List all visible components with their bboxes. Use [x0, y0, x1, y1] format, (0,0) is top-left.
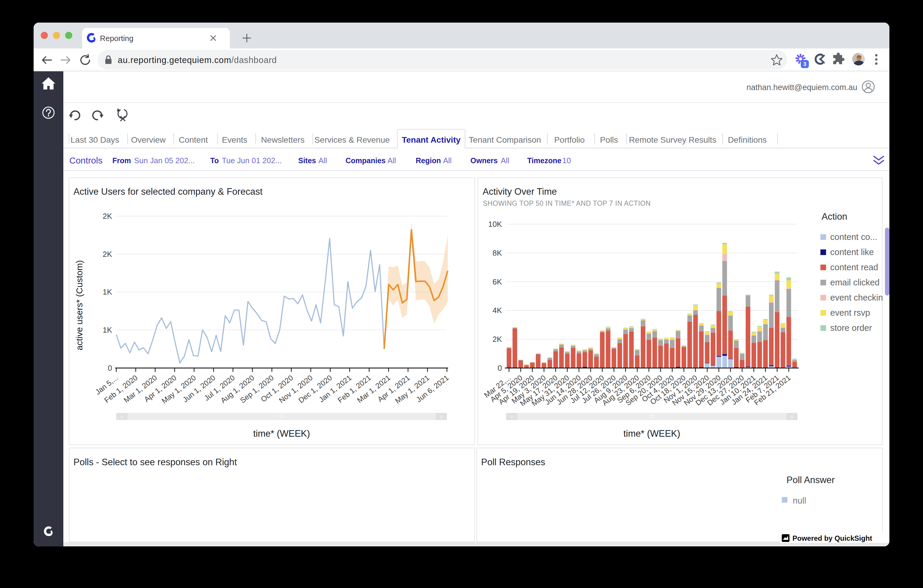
svg-text:event checkin: event checkin	[830, 293, 882, 302]
svg-text:4K: 4K	[493, 306, 502, 315]
svg-text:0: 0	[498, 363, 502, 373]
svg-text:=: =	[510, 414, 514, 420]
svg-text:time* (WEEK): time* (WEEK)	[253, 429, 310, 439]
svg-text:=: =	[790, 414, 794, 420]
svg-text:content co...: content co...	[830, 232, 877, 242]
svg-text:1K: 1K	[103, 287, 112, 296]
svg-text:email clicked: email clicked	[830, 278, 880, 287]
svg-text:2K: 2K	[103, 250, 112, 259]
svg-text:3: 3	[803, 61, 806, 67]
svg-text:event rsvp: event rsvp	[830, 308, 870, 317]
svg-text:content read: content read	[830, 263, 878, 272]
svg-text:1K: 1K	[103, 325, 112, 334]
svg-text:=: =	[120, 414, 124, 420]
svg-text:store order: store order	[830, 323, 872, 333]
svg-text:=: =	[440, 414, 443, 420]
svg-text:10K: 10K	[488, 220, 502, 228]
svg-text:2K: 2K	[493, 335, 502, 344]
svg-text:Action: Action	[821, 211, 847, 222]
svg-text:8K: 8K	[493, 248, 502, 258]
svg-text:content like: content like	[830, 247, 874, 257]
svg-text:2K: 2K	[103, 212, 112, 220]
svg-text:time* (WEEK): time* (WEEK)	[623, 429, 680, 439]
svg-text:0: 0	[108, 363, 112, 373]
svg-text:active users* (Custom): active users* (Custom)	[74, 260, 84, 350]
svg-text:6K: 6K	[493, 278, 502, 286]
